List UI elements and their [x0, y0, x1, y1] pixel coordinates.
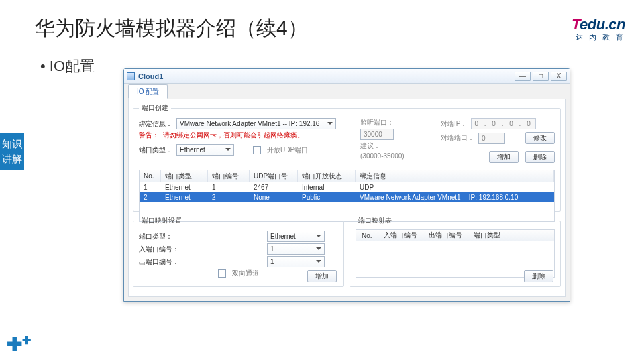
legend-map-table: 端口映射表 — [356, 216, 394, 225]
remote-ip-label: 对端IP： — [441, 119, 467, 129]
port-table-header: No. 端口类型 端口编号 UDP端口号 端口开放状态 绑定信息 — [139, 170, 555, 182]
table-row[interactable]: 2 Ethernet 2 None Public VMware Network … — [140, 192, 554, 202]
cloud1-window: Cloud1 — □ X IO 配置 端口创建 绑定信息： VMware Net… — [123, 68, 570, 302]
col-type: 端口类型 — [161, 170, 208, 182]
corner-decor-icon: ✚✚ — [7, 333, 31, 355]
bidir-checkbox[interactable] — [218, 269, 226, 278]
open-udp-label: 开放UDP端口 — [267, 145, 308, 155]
col-stat: 端口开放状态 — [298, 170, 356, 182]
titlebar[interactable]: Cloud1 — □ X — [124, 69, 570, 84]
warning-text: 请勿绑定公网网卡，否则可能会引起网络瘫痪。 — [163, 131, 304, 140]
fieldset-port-create: 端口创建 绑定信息： VMware Network Adapter VMnet1… — [133, 103, 561, 212]
slide-title: 华为防火墙模拟器介绍（续4） — [35, 15, 308, 42]
open-udp-checkbox[interactable] — [253, 146, 261, 154]
app-icon — [127, 72, 135, 80]
add-button[interactable]: 增加 — [489, 151, 519, 163]
map-out-select[interactable]: 1 — [267, 256, 325, 267]
bullet-io: • IO配置 — [40, 56, 95, 76]
map-ptype-select[interactable]: Ethernet — [267, 231, 325, 242]
brand-t: T — [572, 16, 580, 33]
maximize-button[interactable]: □ — [533, 72, 549, 81]
legend-port-create: 端口创建 — [139, 103, 171, 113]
bidir-label: 双向通道 — [232, 269, 259, 278]
col-bind: 绑定信息 — [356, 170, 554, 182]
mcol-out: 出端口编号 — [423, 231, 468, 240]
modify-button[interactable]: 修改 — [525, 132, 555, 144]
map-add-button[interactable]: 增加 — [307, 270, 337, 282]
tab-io-config[interactable]: IO 配置 — [128, 84, 168, 99]
range-label: 建议： — [360, 141, 380, 151]
mcol-no: No. — [356, 232, 378, 239]
map-out-label: 出端口编号： — [139, 257, 179, 267]
map-delete-button[interactable]: 删除 — [524, 270, 553, 282]
mcol-type: 端口类型 — [468, 231, 506, 240]
brand-sub: 达 内 教 育 — [572, 32, 625, 42]
bind-info-label: 绑定信息： — [139, 119, 172, 129]
minimize-button[interactable]: — — [515, 72, 531, 81]
remote-port-label: 对端端口： — [441, 133, 474, 143]
bind-info-select[interactable]: VMware Network Adapter VMnet1 -- IP: 192… — [176, 118, 336, 129]
port-type-label: 端口类型： — [139, 145, 172, 155]
remote-ip-input[interactable]: 0 . 0 . 0 . 0 — [471, 118, 535, 129]
delete-button[interactable]: 删除 — [525, 151, 555, 163]
io-panel: 端口创建 绑定信息： VMware Network Adapter VMnet1… — [128, 99, 566, 297]
tab-row: IO 配置 — [124, 84, 570, 99]
col-no: No. — [140, 170, 161, 182]
map-in-label: 入端口编号： — [139, 245, 179, 254]
map-in-select[interactable]: 1 — [267, 243, 325, 255]
col-pnum: 端口编号 — [208, 170, 250, 182]
side-tab-knowledge: 知识讲解 — [0, 133, 24, 170]
close-button[interactable]: X — [551, 72, 567, 81]
brand-logo: Tedu.cn 达 内 教 育 — [572, 16, 625, 42]
legend-map-settings: 端口映射设置 — [139, 216, 184, 225]
window-title: Cloud1 — [138, 72, 163, 80]
fieldset-port-map-settings: 端口映射设置 端口类型： Ethernet 入端口编号： 1 出端口编号： 1 … — [133, 216, 344, 287]
map-table-header: No. 入端口编号 出端口编号 端口类型 — [356, 229, 555, 241]
mcol-in: 入端口编号 — [378, 231, 423, 240]
brand-edu: edu.cn — [580, 16, 625, 33]
port-type-select[interactable]: Ethernet — [176, 144, 234, 156]
fieldset-port-map-table: 端口映射表 No. 入端口编号 出端口编号 端口类型 删除 — [350, 216, 561, 287]
warning-label: 警告： — [139, 131, 159, 140]
range-value: (30000-35000) — [360, 152, 405, 160]
listen-port-label: 监听端口： — [360, 118, 394, 127]
table-row[interactable]: 1 Ethernet 1 2467 Internal UDP — [140, 182, 554, 192]
remote-port-input[interactable]: 0 — [478, 133, 505, 144]
map-ptype-label: 端口类型： — [139, 232, 172, 241]
listen-port-input[interactable]: 30000 — [360, 129, 394, 140]
col-udp: UDP端口号 — [250, 170, 298, 182]
